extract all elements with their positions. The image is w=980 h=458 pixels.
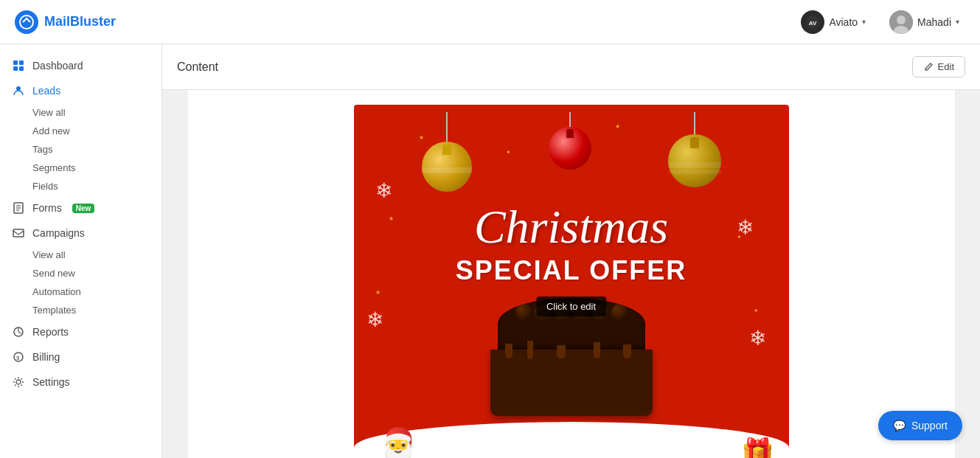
mahadi-chevron-icon: ▾ <box>956 18 959 26</box>
sidebar-item-forms[interactable]: Forms New <box>0 195 161 221</box>
dashboard-icon <box>12 59 25 72</box>
ornament-3-gold <box>668 134 721 187</box>
logo-text: MailBluster <box>44 14 116 30</box>
billing-label: Billing <box>32 351 60 363</box>
christmas-text-wrapper: Christmas <box>474 204 668 251</box>
edit-icon <box>923 62 934 72</box>
email-content: ★ ✦ ★ ✦ ★ ✦ ★ ✦ ❄ <box>188 90 955 458</box>
sidebar-sub-leads-tags[interactable]: Tags <box>0 140 161 159</box>
header-user-area: AV Aviato ▾ Mahadi ▾ <box>795 7 965 37</box>
sidebar-item-campaigns[interactable]: Campaigns <box>0 221 161 246</box>
drip-3 <box>557 345 566 358</box>
christmas-background: ★ ✦ ★ ✦ ★ ✦ ★ ✦ ❄ <box>354 105 789 458</box>
support-button[interactable]: 💬 Support <box>878 411 962 440</box>
campaigns-label: Campaigns <box>32 227 85 239</box>
drip-5 <box>623 344 631 358</box>
sidebar-sub-campaigns-automation[interactable]: Automation <box>0 282 161 301</box>
truffle <box>515 304 532 320</box>
svg-rect-8 <box>13 66 18 71</box>
sidebar-sub-campaigns-send-new[interactable]: Send new <box>0 264 161 282</box>
sidebar-sub-campaigns-view-all[interactable]: View all <box>0 246 161 264</box>
sidebar-item-leads[interactable]: Leads <box>0 78 161 103</box>
reports-icon <box>12 325 25 339</box>
canvas-inner: ★ ✦ ★ ✦ ★ ✦ ★ ✦ ❄ <box>188 90 955 458</box>
reports-label: Reports <box>32 326 69 338</box>
sidebar-sub-leads-segments[interactable]: Segments <box>0 159 161 177</box>
leads-label: Leads <box>32 85 60 97</box>
billing-icon: $ <box>12 350 25 364</box>
aviato-avatar: AV <box>801 10 824 34</box>
settings-icon <box>12 375 25 389</box>
ornament-2-red <box>549 127 591 170</box>
app-header: MailBluster AV Aviato ▾ Mahadi ▾ <box>0 0 980 44</box>
sidebar-item-reports[interactable]: Reports <box>0 319 161 344</box>
main-layout: Dashboard Leads View all Add new Tags Se… <box>0 44 980 458</box>
sidebar: Dashboard Leads View all Add new Tags Se… <box>0 44 162 458</box>
svg-rect-6 <box>13 60 18 65</box>
forms-label: Forms <box>32 202 62 214</box>
cake-body <box>490 350 653 416</box>
drip-4 <box>594 342 600 358</box>
drip-1 <box>505 344 512 358</box>
content-title: Content <box>177 60 218 74</box>
ornament-1-string <box>446 112 448 142</box>
ornament-1-gold <box>422 142 472 192</box>
svg-text:AV: AV <box>809 20 817 27</box>
svg-rect-9 <box>19 66 24 71</box>
mahadi-name: Mahadi <box>917 16 951 28</box>
dashboard-label: Dashboard <box>32 60 83 72</box>
support-icon: 💬 <box>893 420 906 431</box>
special-offer-text: SPECIAL OFFER <box>456 255 687 286</box>
ornament-3-string <box>694 112 695 134</box>
cake-container <box>354 298 789 431</box>
forms-new-badge: New <box>72 204 95 213</box>
svg-point-19 <box>16 380 21 384</box>
ornament-3-container <box>668 112 721 192</box>
svg-point-10 <box>16 86 21 91</box>
logo[interactable]: MailBluster <box>15 10 116 34</box>
svg-text:$: $ <box>16 355 20 361</box>
drip-2 <box>527 341 533 359</box>
sidebar-item-dashboard[interactable]: Dashboard <box>0 53 161 78</box>
sidebar-sub-leads-fields[interactable]: Fields <box>0 177 161 195</box>
aviato-user-menu[interactable]: AV Aviato ▾ <box>795 7 872 37</box>
mahadi-avatar <box>889 10 913 34</box>
main-content: Content Edit ★ ✦ ★ <box>162 44 980 458</box>
truffle <box>611 304 628 320</box>
canvas-area[interactable]: ★ ✦ ★ ✦ ★ ✦ ★ ✦ ❄ <box>162 90 980 458</box>
svg-point-4 <box>897 15 906 24</box>
christmas-text: Christmas <box>474 201 668 253</box>
content-header: Content Edit <box>162 44 980 90</box>
forms-icon <box>12 201 25 215</box>
mahadi-user-menu[interactable]: Mahadi ▾ <box>883 7 965 37</box>
ornaments-row <box>354 112 789 192</box>
svg-rect-15 <box>13 229 24 237</box>
ornament-2-container <box>549 112 591 192</box>
sidebar-sub-leads-view-all[interactable]: View all <box>0 103 161 122</box>
cake <box>479 298 664 431</box>
sidebar-item-settings[interactable]: Settings <box>0 369 161 395</box>
christmas-card[interactable]: ★ ✦ ★ ✦ ★ ✦ ★ ✦ ❄ <box>354 105 789 458</box>
svg-rect-7 <box>19 60 24 65</box>
ornament-2-string <box>569 112 571 127</box>
click-to-edit-tooltip: Click to edit <box>536 296 606 316</box>
campaigns-icon <box>12 226 25 240</box>
ornament-1-container <box>422 112 472 192</box>
settings-label: Settings <box>32 376 70 388</box>
santa-figure: 🎅 <box>376 426 420 458</box>
aviato-chevron-icon: ▾ <box>862 18 866 26</box>
sidebar-sub-campaigns-templates[interactable]: Templates <box>0 301 161 319</box>
sidebar-sub-leads-add-new[interactable]: Add new <box>0 122 161 140</box>
person-icon <box>12 84 25 97</box>
sidebar-item-billing[interactable]: $ Billing <box>0 344 161 369</box>
aviato-name: Aviato <box>829 16 858 28</box>
edit-button[interactable]: Edit <box>912 56 965 77</box>
gift-decoration: 🎁 <box>741 437 774 458</box>
logo-icon <box>15 10 38 34</box>
